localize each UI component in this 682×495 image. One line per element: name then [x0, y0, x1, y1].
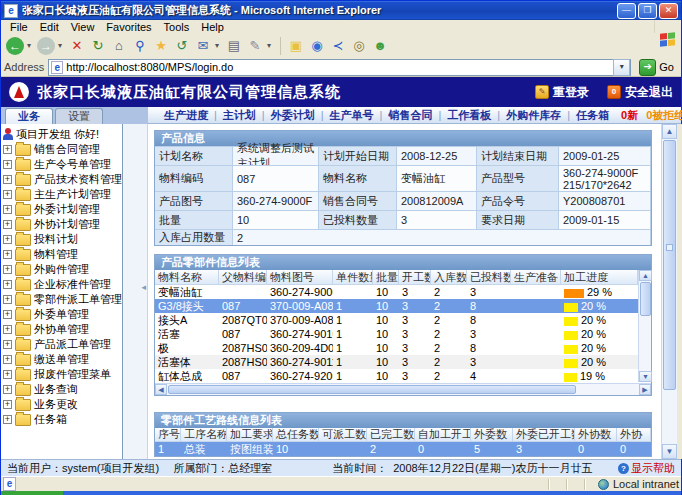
route-col-8[interactable]: 外委已开工数 — [513, 428, 575, 441]
route-col-10[interactable]: 外协 — [617, 428, 651, 441]
parts-col-6[interactable]: 入库数 — [431, 270, 467, 284]
windows-media-icon[interactable]: ◉ — [308, 36, 326, 56]
tree-expander-icon[interactable]: + — [3, 310, 12, 319]
route-col-1[interactable]: 工序名称 — [181, 428, 227, 441]
nav-item-3[interactable]: 生产单号 — [324, 108, 380, 123]
sidebar-item-11[interactable]: +外委单管理 — [3, 307, 122, 322]
parts-col-3[interactable]: 单件数量 — [333, 270, 373, 284]
search-icon[interactable]: ⚲ — [131, 36, 149, 56]
tree-expander-icon[interactable]: + — [3, 280, 12, 289]
show-help-link[interactable]: ? 显示帮助 — [618, 461, 675, 476]
nav-item-4[interactable]: 销售合同 — [382, 108, 438, 123]
sidebar-item-8[interactable]: +外购件管理 — [3, 262, 122, 277]
home-icon[interactable]: ⌂ — [110, 36, 128, 56]
research-icon[interactable]: ◎ — [350, 36, 368, 56]
tree-expander-icon[interactable]: + — [3, 415, 12, 424]
stop-icon[interactable]: ✕ — [68, 36, 86, 56]
splitter-collapse-icon[interactable]: ◂ — [141, 282, 146, 292]
scroll-left-icon[interactable]: ◀ — [155, 384, 167, 395]
parts-col-4[interactable]: 批量 — [373, 270, 399, 284]
tree-expander-icon[interactable]: + — [3, 325, 12, 334]
edit-icon[interactable]: ✎ — [246, 36, 264, 56]
menu-view[interactable]: View — [66, 21, 100, 33]
go-button[interactable]: ➔ Go — [635, 59, 678, 76]
favorites-icon[interactable]: ★ — [152, 36, 170, 56]
history-icon[interactable]: ↺ — [173, 36, 191, 56]
sidebar-item-5[interactable]: +外协计划管理 — [3, 217, 122, 232]
scroll-down-icon[interactable]: ▼ — [639, 371, 652, 382]
msn-icon[interactable]: ≺ — [329, 36, 347, 56]
tree-expander-icon[interactable]: + — [3, 145, 12, 154]
parts-col-9[interactable]: 加工进度 — [561, 270, 638, 284]
sidebar-item-6[interactable]: +投料计划 — [3, 232, 122, 247]
route-col-0[interactable]: 序号 — [155, 428, 181, 441]
sidebar-item-15[interactable]: +报废件管理菜单 — [3, 367, 122, 382]
parts-col-5[interactable]: 开工数 — [399, 270, 431, 284]
forward-icon[interactable]: → — [37, 36, 55, 56]
parts-row-0[interactable]: 变幅油缸360-274-9000F1032329 % — [155, 285, 651, 299]
sidebar-splitter[interactable]: ◂ — [123, 124, 148, 459]
logout-button[interactable]: 0 安全退出 — [607, 84, 673, 101]
sidebar-item-14[interactable]: +缴送单管理 — [3, 352, 122, 367]
sidebar-item-4[interactable]: +外委计划管理 — [3, 202, 122, 217]
parts-col-2[interactable]: 物料图号 — [267, 270, 333, 284]
maximize-button[interactable]: ❐ — [638, 3, 657, 19]
nav-item-2[interactable]: 外委计划 — [265, 108, 321, 123]
menu-file[interactable]: File — [5, 21, 33, 33]
address-dropdown-icon[interactable]: ▾ — [613, 59, 630, 76]
menu-help[interactable]: Help — [196, 21, 229, 33]
back-dropdown-icon[interactable]: ▾ — [27, 41, 34, 50]
tab-business[interactable]: 业务 — [5, 108, 53, 124]
close-button[interactable]: ✕ — [659, 3, 678, 19]
nav-item-7[interactable]: 任务箱 — [570, 108, 615, 123]
tree-expander-icon[interactable]: + — [3, 385, 12, 394]
sidebar-item-7[interactable]: +物料管理 — [3, 247, 122, 262]
parts-col-0[interactable]: 物料名称 — [155, 270, 219, 284]
parts-row-3[interactable]: 活塞087360-274-9010F11032320 % — [155, 327, 651, 341]
tree-expander-icon[interactable]: + — [3, 160, 12, 169]
mail-dropdown-icon[interactable]: ▾ — [215, 41, 222, 50]
relogin-button[interactable]: ✎ 重登录 — [535, 84, 589, 101]
parts-vertical-scrollbar[interactable]: ▲ ▼ — [638, 270, 651, 382]
sidebar-item-0[interactable]: +销售合同管理 — [3, 142, 122, 157]
menu-edit[interactable]: Edit — [35, 21, 64, 33]
tree-expander-icon[interactable]: + — [3, 220, 12, 229]
menu-tools[interactable]: Tools — [159, 21, 195, 33]
parts-row-4[interactable]: 极2087HS002360-209-4D01011032820 % — [155, 341, 651, 355]
menu-favorites[interactable]: Favorites — [101, 21, 156, 33]
tree-expander-icon[interactable]: + — [3, 355, 12, 364]
refresh-icon[interactable]: ↻ — [89, 36, 107, 56]
windows-taskbar[interactable] — [1, 491, 681, 495]
sidebar-item-16[interactable]: +业务查询 — [3, 382, 122, 397]
tree-expander-icon[interactable]: + — [3, 340, 12, 349]
parts-row-2[interactable]: 接头A2087QT002370-009-A085011032820 % — [155, 313, 651, 327]
tree-expander-icon[interactable]: + — [3, 370, 12, 379]
mail-icon[interactable]: ✉ — [194, 36, 212, 56]
sidebar-item-1[interactable]: +生产令号单管理 — [3, 157, 122, 172]
sidebar-item-9[interactable]: +企业标准件管理 — [3, 277, 122, 292]
parts-scroll-thumb[interactable] — [640, 282, 651, 316]
back-icon[interactable]: ← — [6, 36, 24, 56]
minimize-button[interactable]: — — [617, 3, 636, 19]
nav-item-0[interactable]: 生产进度 — [158, 108, 214, 123]
route-col-2[interactable]: 加工要求 — [227, 428, 273, 441]
forward-dropdown-icon[interactable]: ▾ — [58, 41, 65, 50]
main-scroll-up-icon[interactable]: ▲ — [662, 124, 677, 139]
sidebar-item-13[interactable]: +产品派工单管理 — [3, 337, 122, 352]
tab-settings[interactable]: 设置 — [55, 108, 103, 124]
main-vertical-scrollbar[interactable]: ▲ ▼ — [661, 124, 677, 459]
print-icon[interactable]: ▤ — [225, 36, 243, 56]
tree-expander-icon[interactable]: + — [3, 400, 12, 409]
route-col-7[interactable]: 外委数 — [471, 428, 513, 441]
sidebar-item-3[interactable]: +主生产计划管理 — [3, 187, 122, 202]
discuss-icon[interactable]: ▣ — [287, 36, 305, 56]
nav-item-5[interactable]: 工作看板 — [441, 108, 497, 123]
parts-row-1[interactable]: G3/8接头087370-009-A084011032820 % — [155, 299, 651, 313]
tree-expander-icon[interactable]: + — [3, 175, 12, 184]
main-scroll-down-icon[interactable]: ▼ — [662, 444, 677, 459]
route-col-9[interactable]: 外协数 — [575, 428, 617, 441]
scroll-up-icon[interactable]: ▲ — [639, 270, 652, 281]
address-input[interactable] — [66, 61, 613, 74]
route-col-6[interactable]: 自加工开工数 — [415, 428, 471, 441]
parts-hscroll-thumb[interactable] — [168, 385, 576, 394]
